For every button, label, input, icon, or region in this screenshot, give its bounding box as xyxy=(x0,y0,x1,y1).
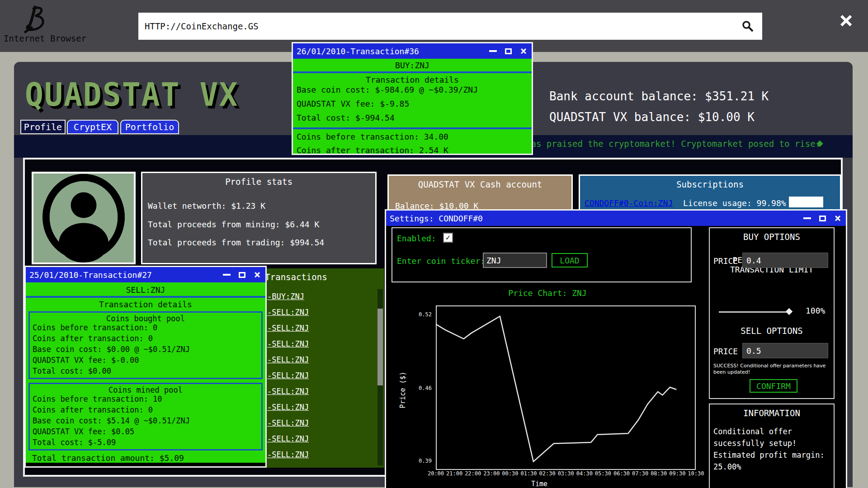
minimize-button[interactable] xyxy=(802,213,812,224)
browser-logo-icon xyxy=(19,4,48,34)
tab-cryptex[interactable]: CryptEX xyxy=(67,120,118,134)
pool-line: QUADSTAT VX fee: $-0.00 xyxy=(33,356,264,366)
pool-line: QUADSTAT VX fee: $0.05 xyxy=(33,427,264,438)
trade-header: SELL:ZNJ xyxy=(26,285,265,295)
minimize-icon xyxy=(489,50,497,52)
trade-header: BUY:ZNJ xyxy=(293,61,532,70)
license-usage-bar xyxy=(789,197,823,207)
search-icon[interactable] xyxy=(741,20,754,33)
subscriptions-title: Subscriptions xyxy=(580,179,840,189)
minimize-button[interactable] xyxy=(221,269,232,280)
transaction-link[interactable]: -SELL:ZNJ xyxy=(267,371,309,387)
profile-stat-line: Total proceeds from mining: $6.44 K xyxy=(148,220,319,229)
pool-line: Coins after transaction: 0 xyxy=(33,405,264,416)
maximize-icon xyxy=(819,216,826,221)
sell-price-input[interactable] xyxy=(742,343,828,358)
load-button[interactable]: LOAD xyxy=(552,253,588,267)
url-text[interactable]: HTTP://CoinExchange.GS xyxy=(145,21,741,31)
y-axis-tick-label: 0.39 xyxy=(410,458,432,464)
pool-line: Coins before transaction: 10 xyxy=(33,394,264,405)
success-note: SUCCESS! Conditional offer parameters ha… xyxy=(713,363,832,375)
close-button[interactable]: × xyxy=(518,46,529,56)
game-screen: Internet Browser HTTP://CoinExchange.GS … xyxy=(0,0,868,488)
x-axis-tick-label: 21:00 xyxy=(445,470,464,477)
transaction-link[interactable]: -SELL:ZNJ xyxy=(267,355,309,371)
window-title: Settings: CONDOFF#0 xyxy=(390,214,483,223)
section-title: Transaction details xyxy=(26,300,265,309)
maximize-button[interactable] xyxy=(503,46,514,56)
transaction-link[interactable]: -SELL:ZNJ xyxy=(267,324,309,339)
limit-slider[interactable] xyxy=(719,311,791,313)
pool-line: Total cost: $0.00 xyxy=(33,366,264,377)
chart-title: Price Chart: ZNJ xyxy=(408,288,687,298)
total-transaction-line: Total transaction amount: $5.09 xyxy=(32,453,184,463)
x-axis-tick-label: 01:30 xyxy=(519,470,538,477)
avatar xyxy=(32,172,136,264)
coins-bought-pool: Coins bought pool Coins before transacti… xyxy=(28,311,263,379)
transaction-link[interactable]: -SELL:ZNJ xyxy=(267,434,309,450)
transactions-scrollbar[interactable] xyxy=(377,289,383,465)
transaction36-window: 26/01/2010-Transaction#36 × BUY:ZNJ Tran… xyxy=(292,42,533,155)
window-bottom-strip xyxy=(26,463,265,466)
coin-ticker-input[interactable] xyxy=(483,253,547,268)
x-axis-tick-label: 22:00 xyxy=(463,470,482,477)
transaction-detail-line: QUADSTAT VX fee: $-9.85 xyxy=(297,99,478,113)
close-button[interactable]: × xyxy=(832,213,843,224)
x-axis-tick-label: 05:30 xyxy=(594,470,613,477)
vx-balance: QUADSTAT VX balance: $10.00 K xyxy=(549,110,755,124)
enabled-checkbox[interactable]: ✓ xyxy=(443,233,453,243)
transaction-coins-line: Coins before transaction: 34.00 xyxy=(297,132,448,145)
x-axis-tick-label: 20:00 xyxy=(426,470,445,477)
minimize-button[interactable] xyxy=(487,46,498,56)
transaction-link[interactable]: -BUY:ZNJ xyxy=(267,292,309,308)
news-ticker-text: has praised the cryptomarket! Cryptomark… xyxy=(526,139,821,149)
profile-stats-title: Profile stats xyxy=(142,177,375,187)
close-icon: × xyxy=(254,269,260,280)
section-title: Transaction details xyxy=(293,75,532,84)
scrollbar-thumb[interactable] xyxy=(377,309,383,385)
x-axis-tick-label: 09:30 xyxy=(668,470,687,477)
coins-mined-pool: Coins mined pool Coins before transactio… xyxy=(28,383,263,450)
x-axis-tick-label: 23:00 xyxy=(482,470,501,477)
transaction-link[interactable]: -SELL:ZNJ xyxy=(267,308,309,324)
trade-options-box: BUY OPTIONS PRICE PERCENT OF DAILY TRANS… xyxy=(709,227,835,399)
y-axis-tick-label: 0.52 xyxy=(410,311,432,318)
transaction36-titlebar[interactable]: 26/01/2010-Transaction#36 × xyxy=(293,43,532,59)
transaction27-titlebar[interactable]: 25/01/2010-Transaction#27 × xyxy=(26,267,265,282)
subscription-link[interactable]: CONDOFF#0-Coin:ZNJ xyxy=(585,198,673,208)
transaction-link[interactable]: -SELL:ZNJ xyxy=(267,403,309,418)
confirm-button[interactable]: CONFIRM xyxy=(750,379,797,393)
close-icon: × xyxy=(520,46,527,56)
tab-portfolio[interactable]: Portfolio xyxy=(120,120,179,134)
transaction-link[interactable]: -SELL:ZNJ xyxy=(267,450,309,466)
transaction-link[interactable]: -SELL:ZNJ xyxy=(267,387,309,403)
transaction-link[interactable]: -SELL:ZNJ xyxy=(267,418,309,434)
close-button[interactable]: × xyxy=(252,269,263,280)
cash-account-title: QUADSTAT VX Cash account xyxy=(389,179,571,189)
url-bar[interactable]: HTTP://CoinExchange.GS xyxy=(138,13,762,40)
pool-title: Coins bought pool xyxy=(30,314,261,323)
information-title: INFORMATION xyxy=(710,408,834,418)
sell-options-title: SELL OPTIONS xyxy=(710,326,834,336)
information-line: Estimated profit margin: xyxy=(713,450,825,462)
minimize-icon xyxy=(803,217,811,219)
close-icon: × xyxy=(835,213,841,224)
x-axis-tick-label: 10:30 xyxy=(686,470,705,477)
x-axis-tick-label: 06:30 xyxy=(612,470,631,477)
maximize-button[interactable] xyxy=(817,213,828,224)
pool-line: Coins before transaction: 0 xyxy=(33,323,264,334)
checkbox-check-icon: ✓ xyxy=(445,234,451,242)
x-axis-tick-label: 03:30 xyxy=(557,470,576,477)
bank-balance: Bank account balance: $351.21 K xyxy=(549,89,769,103)
maximize-button[interactable] xyxy=(236,269,247,280)
slider-handle-icon[interactable] xyxy=(786,308,793,315)
tab-profile[interactable]: Profile xyxy=(20,120,66,134)
settings-titlebar[interactable]: Settings: CONDOFF#0 × xyxy=(386,211,846,226)
buy-price-input[interactable] xyxy=(742,253,828,268)
browser-logo-label: Internet Browser xyxy=(4,33,86,43)
x-axis-label: Time xyxy=(517,480,562,488)
browser-close-icon[interactable]: × xyxy=(839,8,853,32)
x-axis-tick-label: 00:30 xyxy=(500,470,519,477)
transaction-link[interactable]: -SELL:ZNJ xyxy=(267,339,309,355)
sell-price-label: PRICE xyxy=(713,347,738,356)
